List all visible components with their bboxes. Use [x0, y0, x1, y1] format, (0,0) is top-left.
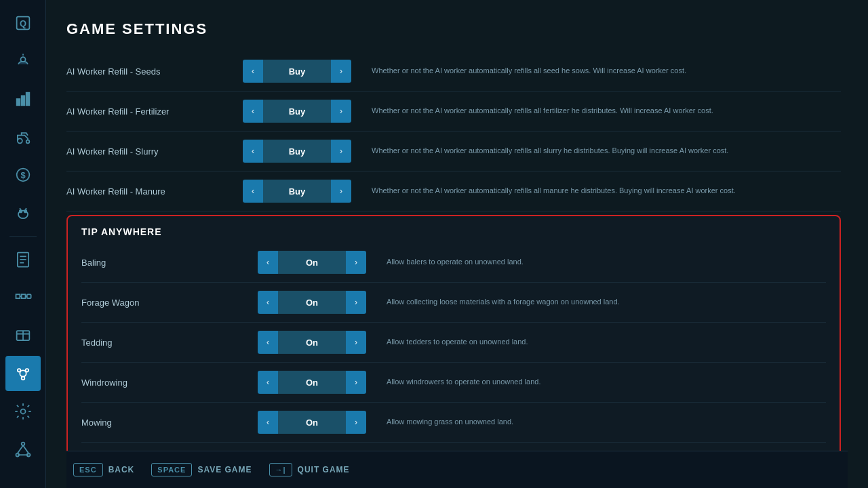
top-settings-rows: AI Worker Refill - Seeds ‹ Buy › Whether… [66, 52, 841, 211]
setting-label: Baling [81, 258, 258, 268]
svg-point-27 [21, 377, 24, 380]
tractor-icon [14, 127, 33, 146]
sidebar-item-production[interactable] [5, 280, 41, 315]
table-row: AI Worker Refill - Slurry ‹ Buy › Whethe… [66, 131, 841, 171]
decrement-button[interactable]: ‹ [258, 331, 278, 354]
setting-label: Windrowing [81, 378, 258, 388]
svg-rect-19 [21, 294, 25, 298]
table-row: AI Worker Refill - Fertilizer ‹ Buy › Wh… [66, 92, 841, 131]
setting-value: On [278, 251, 346, 274]
decrement-button[interactable]: ‹ [258, 251, 278, 274]
sidebar-divider-1 [9, 236, 37, 237]
setting-label: Mowing [81, 418, 258, 428]
setting-description: Allow tedders to operate on unowned land… [387, 337, 826, 347]
decrement-button[interactable]: ‹ [243, 100, 263, 123]
svg-line-33 [23, 445, 28, 453]
setting-label: AI Worker Refill - Manure [66, 186, 243, 197]
sidebar-item-economy[interactable]: $ [5, 157, 41, 192]
setting-value: Buy [263, 140, 331, 163]
settings-icon [14, 402, 33, 421]
svg-rect-18 [16, 294, 20, 298]
svg-point-25 [17, 369, 20, 372]
sidebar-item-quest[interactable]: Q [5, 5, 41, 41]
decrement-button[interactable]: ‹ [243, 180, 263, 203]
economy-icon: $ [14, 165, 33, 184]
increment-button[interactable]: › [346, 251, 366, 274]
setting-description: Whether or not the AI worker automatical… [372, 66, 841, 76]
setting-label: AI Worker Refill - Fertilizer [66, 106, 243, 117]
increment-button[interactable]: › [331, 100, 351, 123]
table-row: AI Worker Refill - Manure ‹ Buy › Whethe… [66, 171, 841, 211]
quit-game-button[interactable]: →| QUIT GAME [269, 463, 350, 476]
save-game-label: SAVE GAME [197, 465, 252, 474]
sidebar-item-network[interactable] [5, 432, 41, 467]
setting-value: On [278, 371, 346, 394]
setting-label: AI Worker Refill - Slurry [66, 146, 243, 157]
setting-description: Allow balers to operate on unowned land. [387, 257, 826, 267]
tip-anywhere-section: TIP ANYWHERE Baling ‹ On › Allow balers … [66, 215, 841, 451]
setting-value: On [278, 331, 346, 354]
sidebar-item-weather[interactable] [5, 43, 41, 79]
increment-button[interactable]: › [346, 371, 366, 394]
setting-control: ‹ Buy › [243, 100, 351, 123]
decrement-button[interactable]: ‹ [258, 411, 278, 434]
setting-description: Whether or not the AI worker automatical… [372, 146, 841, 156]
increment-button[interactable]: › [346, 411, 366, 434]
back-button[interactable]: ESC BACK [73, 463, 134, 476]
increment-button[interactable]: › [346, 331, 366, 354]
setting-control: ‹ On › [258, 411, 366, 434]
table-row: Baling ‹ On › Allow balers to operate on… [81, 243, 826, 283]
sidebar-item-map[interactable] [5, 318, 41, 353]
table-row: Forage Wagon ‹ On › Allow collecting loo… [81, 283, 826, 323]
setting-value: Buy [263, 60, 331, 83]
network-icon [14, 440, 33, 459]
svg-rect-5 [21, 96, 24, 105]
setting-description: Whether or not the AI worker automatical… [372, 186, 841, 196]
svg-point-28 [20, 409, 25, 414]
quest-icon: Q [14, 14, 33, 33]
weather-icon [14, 52, 33, 70]
save-game-button[interactable]: SPACE SAVE GAME [151, 463, 252, 476]
main-area: GAME SETTINGS AI Worker Refill - Seeds ‹… [46, 0, 868, 488]
space-key-badge: SPACE [151, 463, 192, 476]
increment-button[interactable]: › [331, 140, 351, 163]
setting-description: Allow mowing grass on unowned land. [387, 417, 826, 427]
svg-rect-20 [26, 294, 31, 298]
increment-button[interactable]: › [331, 60, 351, 83]
setting-value: Buy [263, 100, 331, 123]
decrement-button[interactable]: ‹ [258, 291, 278, 314]
gamesettings-icon [14, 364, 33, 383]
sidebar-item-stats[interactable] [5, 81, 41, 117]
decrement-button[interactable]: ‹ [258, 371, 278, 394]
setting-control: ‹ Buy › [243, 180, 351, 203]
setting-value: On [278, 291, 346, 314]
setting-value: Buy [263, 180, 331, 203]
sidebar-item-gamesettings[interactable] [5, 356, 41, 391]
svg-point-29 [21, 443, 24, 446]
decrement-button[interactable]: ‹ [243, 140, 263, 163]
svg-text:$: $ [20, 170, 25, 180]
tip-anywhere-header: TIP ANYWHERE [81, 226, 826, 237]
contracts-icon [14, 250, 33, 269]
sidebar-item-settings[interactable] [5, 394, 41, 429]
animals-icon [14, 203, 33, 222]
increment-button[interactable]: › [331, 180, 351, 203]
setting-control: ‹ Buy › [243, 60, 351, 83]
esc-key-badge: ESC [73, 463, 103, 476]
table-row: AI Worker Refill - Seeds ‹ Buy › Whether… [66, 52, 841, 92]
svg-point-26 [25, 369, 28, 372]
stats-icon [14, 89, 33, 108]
svg-point-8 [26, 140, 29, 144]
setting-label: Forage Wagon [81, 298, 258, 308]
sidebar-item-tractor[interactable] [5, 119, 41, 155]
setting-control: ‹ Buy › [243, 140, 351, 163]
tip-anywhere-rows: Baling ‹ On › Allow balers to operate on… [81, 243, 826, 451]
setting-control: ‹ On › [258, 291, 366, 314]
table-row: Mowing ‹ On › Allow mowing grass on unow… [81, 403, 826, 443]
increment-button[interactable]: › [346, 291, 366, 314]
setting-control: ‹ On › [258, 371, 366, 394]
setting-description: Allow windrowers to operate on unowned l… [387, 377, 826, 387]
sidebar-item-contracts[interactable] [5, 242, 41, 277]
sidebar-item-animals[interactable] [5, 195, 41, 230]
decrement-button[interactable]: ‹ [243, 60, 263, 83]
